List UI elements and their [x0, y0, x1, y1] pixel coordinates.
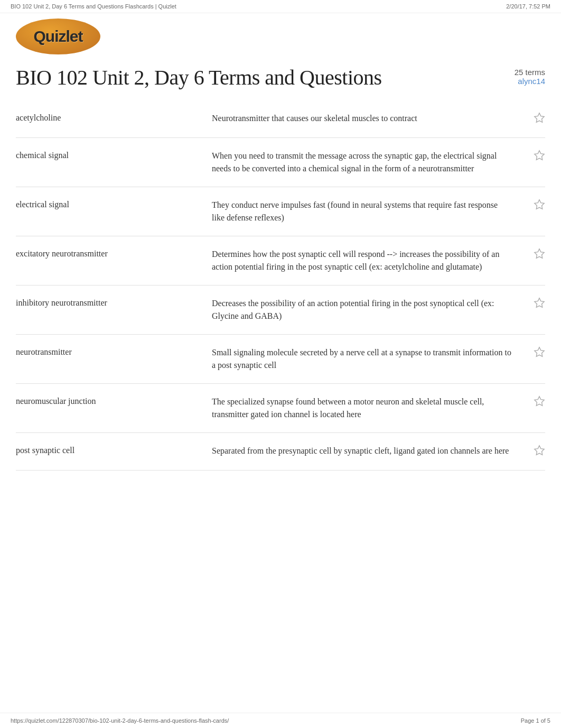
star-icon[interactable] — [534, 395, 545, 409]
star-icon[interactable] — [534, 150, 545, 163]
star-icon[interactable] — [534, 445, 545, 458]
timestamp: 2/20/17, 7:52 PM — [506, 3, 550, 10]
svg-marker-0 — [535, 113, 544, 122]
term-text: inhibitory neurotransmitter — [16, 297, 195, 308]
footer-page-info: Page 1 of 5 — [521, 717, 550, 724]
tab-title: BIO 102 Unit 2, Day 6 Terms and Question… — [11, 3, 176, 10]
definition-text: They conduct nerve impulses fast (found … — [212, 199, 534, 224]
footer-url: https://quizlet.com/122870307/bio-102-un… — [11, 717, 229, 724]
table-row: neuromuscular junctionThe specialized sy… — [16, 384, 545, 433]
svg-marker-6 — [535, 397, 544, 406]
table-row: inhibitory neurotransmitterDecreases the… — [16, 285, 545, 335]
page-title: BIO 102 Unit 2, Day 6 Terms and Question… — [16, 65, 382, 90]
terms-count: 25 terms — [515, 68, 545, 77]
table-row: acetylcholineNeurotransmitter that cause… — [16, 100, 545, 138]
term-text: chemical signal — [16, 150, 195, 160]
star-icon[interactable] — [534, 112, 545, 126]
svg-marker-3 — [535, 249, 544, 258]
svg-marker-5 — [535, 347, 544, 356]
definition-text: The specialized synapse found between a … — [212, 395, 534, 421]
term-text: electrical signal — [16, 199, 195, 209]
term-text: neuromuscular junction — [16, 395, 195, 406]
header-meta: 25 terms alync14 — [515, 65, 545, 86]
star-icon[interactable] — [534, 248, 545, 262]
username-link[interactable]: alync14 — [515, 77, 545, 86]
term-text: neurotransmitter — [16, 346, 195, 357]
svg-marker-7 — [535, 446, 544, 455]
page-footer: https://quizlet.com/122870307/bio-102-un… — [0, 713, 561, 728]
definition-text: Separated from the presynaptic cell by s… — [212, 445, 534, 457]
definition-text: Neurotransmitter that causes our skeleta… — [212, 112, 534, 125]
logo-section: Quizlet — [0, 13, 561, 54]
svg-marker-2 — [535, 200, 544, 209]
definition-text: When you need to transmit the message ac… — [212, 150, 534, 175]
table-row: chemical signalWhen you need to transmit… — [16, 138, 545, 187]
term-text: excitatory neurotransmitter — [16, 248, 195, 259]
table-row: post synaptic cellSeparated from the pre… — [16, 433, 545, 471]
svg-marker-1 — [535, 151, 544, 160]
star-icon[interactable] — [534, 346, 545, 360]
table-row: neurotransmitterSmall signaling molecule… — [16, 335, 545, 384]
logo-text: Quizlet — [33, 27, 82, 45]
definition-text: Decreases the possibility of an action p… — [212, 297, 534, 322]
star-icon[interactable] — [534, 297, 545, 311]
svg-marker-4 — [535, 298, 544, 307]
flashcard-list: acetylcholineNeurotransmitter that cause… — [0, 95, 561, 486]
term-text: acetylcholine — [16, 112, 195, 123]
table-row: electrical signalThey conduct nerve impu… — [16, 187, 545, 236]
definition-text: Small signaling molecule secreted by a n… — [212, 346, 534, 372]
star-icon[interactable] — [534, 199, 545, 213]
page-header: BIO 102 Unit 2, Day 6 Terms and Question… — [0, 54, 561, 95]
table-row: excitatory neurotransmitterDetermines ho… — [16, 236, 545, 285]
browser-bar: BIO 102 Unit 2, Day 6 Terms and Question… — [0, 0, 561, 13]
definition-text: Determines how the post synaptic cell wi… — [212, 248, 534, 273]
quizlet-logo[interactable]: Quizlet — [16, 19, 100, 54]
term-text: post synaptic cell — [16, 445, 195, 455]
